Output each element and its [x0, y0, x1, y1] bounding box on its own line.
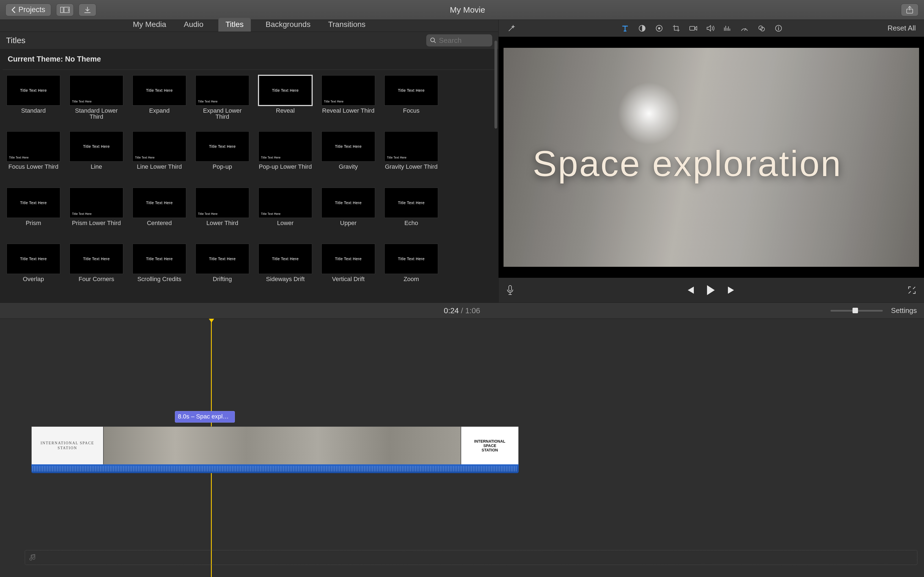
- title-item-echo[interactable]: Title Text HereEcho: [384, 188, 438, 241]
- tab-my-media[interactable]: My Media: [130, 18, 169, 32]
- title-item-label: Overlap: [23, 276, 44, 288]
- search-input[interactable]: [439, 36, 488, 45]
- color-correction-icon[interactable]: [654, 24, 664, 33]
- title-item-upper[interactable]: Title Text HereUpper: [321, 188, 375, 241]
- volume-icon[interactable]: [706, 24, 715, 33]
- title-item-scrolling-credits[interactable]: Title Text HereScrolling Credits: [132, 244, 186, 297]
- title-item-label: Expand Lower Third: [195, 108, 249, 120]
- tab-backgrounds[interactable]: Backgrounds: [263, 18, 313, 32]
- browser-heading: Titles: [6, 36, 26, 45]
- title-item-overlap[interactable]: Title Text HereOverlap: [6, 244, 60, 297]
- fullscreen-button[interactable]: [908, 286, 916, 295]
- tab-titles[interactable]: Titles: [218, 18, 251, 32]
- text-style-icon[interactable]: [620, 24, 630, 33]
- title-item-sideways-drift[interactable]: Title Text HereSideways Drift: [258, 244, 312, 297]
- title-thumb: Title Text Here: [195, 188, 249, 218]
- title-thumb: Title Text Here: [195, 244, 249, 274]
- slider-handle[interactable]: [853, 308, 858, 313]
- noise-reduction-icon[interactable]: [723, 24, 732, 33]
- scrollbar[interactable]: [494, 41, 497, 129]
- title-item-centered[interactable]: Title Text HereCentered: [132, 188, 186, 241]
- svg-rect-1: [64, 7, 69, 13]
- next-edit-button[interactable]: [727, 286, 737, 295]
- title-item-label: Line Lower Third: [137, 164, 182, 176]
- title-item-label: Zoom: [404, 276, 419, 288]
- title-item-label: Reveal: [276, 108, 294, 120]
- title-item-reveal[interactable]: Title Text HereReveal: [258, 75, 312, 129]
- title-item-line[interactable]: Title Text HereLine: [69, 131, 123, 185]
- timeline-music-track[interactable]: [25, 550, 918, 565]
- title-item-label: Focus Lower Third: [8, 164, 58, 176]
- title-item-reveal-lower-third[interactable]: Title Text HereReveal Lower Third: [321, 75, 375, 129]
- title-item-pop-up-lower-third[interactable]: Title Text HerePop-up Lower Third: [258, 131, 312, 185]
- timeline-clip-outro[interactable]: INTERNATIONAL SPACE STATION: [461, 426, 519, 465]
- title-item-prism-lower-third[interactable]: Title Text HerePrism Lower Third: [69, 188, 123, 241]
- share-button[interactable]: [901, 3, 919, 16]
- title-item-standard-lower-third[interactable]: Title Text HereStandard Lower Third: [69, 75, 123, 129]
- timeline-settings-button[interactable]: Settings: [891, 306, 917, 315]
- title-thumb: Title Text Here: [6, 188, 60, 218]
- prev-edit-button[interactable]: [685, 286, 695, 295]
- timeline-clip-intro[interactable]: INTERNATIONAL SPACE STATION: [31, 426, 103, 465]
- window-title: My Movie: [5, 5, 924, 15]
- title-item-expand[interactable]: Title Text HereExpand: [132, 75, 186, 129]
- title-item-zoom[interactable]: Title Text HereZoom: [384, 244, 438, 297]
- title-item-prism[interactable]: Title Text HerePrism: [6, 188, 60, 241]
- title-item-lower[interactable]: Title Text HereLower: [258, 188, 312, 241]
- title-thumb: Title Text Here: [384, 188, 438, 218]
- tab-audio[interactable]: Audio: [181, 18, 206, 32]
- outro-logo: INTERNATIONAL SPACE STATION: [474, 439, 505, 452]
- title-item-expand-lower-third[interactable]: Title Text HereExpand Lower Third: [195, 75, 249, 129]
- enhance-wand-icon[interactable]: [507, 24, 516, 33]
- info-icon[interactable]: [774, 24, 783, 33]
- title-thumb: Title Text Here: [384, 75, 438, 105]
- import-button[interactable]: [79, 3, 96, 16]
- title-thumb: Title Text Here: [258, 75, 312, 105]
- title-item-pop-up[interactable]: Title Text HerePop-up: [195, 131, 249, 185]
- title-item-label: Echo: [404, 220, 418, 232]
- divider: [3, 69, 496, 70]
- timeline-audio-waveform[interactable]: [31, 464, 519, 473]
- title-item-focus[interactable]: Title Text HereFocus: [384, 75, 438, 129]
- play-button[interactable]: [706, 285, 716, 296]
- title-item-label: Drifting: [213, 276, 232, 288]
- title-item-label: Prism Lower Third: [72, 220, 121, 232]
- timeline-title-clip[interactable]: 8.0s – Spac expl…: [175, 411, 235, 422]
- title-item-focus-lower-third[interactable]: Title Text HereFocus Lower Third: [6, 131, 60, 185]
- title-item-vertical-drift[interactable]: Title Text HereVertical Drift: [321, 244, 375, 297]
- preview-title-overlay: Space exploration: [533, 143, 842, 184]
- title-item-gravity[interactable]: Title Text HereGravity: [321, 131, 375, 185]
- timeline-zoom-slider[interactable]: [830, 310, 883, 311]
- title-thumb: Title Text Here: [132, 244, 186, 274]
- title-thumb: Title Text Here: [258, 188, 312, 218]
- timeline[interactable]: 8.0s – Spac expl… INTERNATIONAL SPACE ST…: [0, 319, 924, 577]
- library-toggle-button[interactable]: [56, 3, 74, 16]
- title-item-lower-third[interactable]: Title Text HereLower Third: [195, 188, 249, 241]
- speed-icon[interactable]: [740, 24, 749, 33]
- title-thumb: Title Text Here: [384, 131, 438, 161]
- preview-viewport[interactable]: Space exploration: [499, 37, 924, 278]
- title-item-four-corners[interactable]: Title Text HereFour Corners: [69, 244, 123, 297]
- timeline-clip-main[interactable]: [103, 426, 461, 465]
- color-balance-icon[interactable]: [638, 24, 647, 33]
- title-thumb: Title Text Here: [6, 75, 60, 105]
- title-item-label: Reveal Lower Third: [322, 108, 374, 120]
- search-box[interactable]: [426, 34, 492, 47]
- title-item-line-lower-third[interactable]: Title Text HereLine Lower Third: [132, 131, 186, 185]
- timeline-video-track[interactable]: INTERNATIONAL SPACE STATION INTERNATIONA…: [31, 426, 519, 481]
- voiceover-button[interactable]: [506, 285, 514, 296]
- crop-icon[interactable]: [672, 24, 681, 33]
- back-projects-button[interactable]: Projects: [5, 3, 51, 16]
- title-thumb: Title Text Here: [321, 131, 375, 161]
- title-item-drifting[interactable]: Title Text HereDrifting: [195, 244, 249, 297]
- clip-filter-icon[interactable]: [757, 24, 766, 33]
- title-item-label: Focus: [403, 108, 420, 120]
- title-thumb: Title Text Here: [132, 188, 186, 218]
- title-thumb: Title Text Here: [258, 131, 312, 161]
- tab-transitions[interactable]: Transitions: [325, 18, 368, 32]
- reset-all-button[interactable]: Reset All: [887, 24, 916, 32]
- title-item-standard[interactable]: Title Text HereStandard: [6, 75, 60, 129]
- back-projects-label: Projects: [18, 5, 45, 14]
- title-item-gravity-lower-third[interactable]: Title Text HereGravity Lower Third: [384, 131, 438, 185]
- stabilization-icon[interactable]: [688, 24, 698, 33]
